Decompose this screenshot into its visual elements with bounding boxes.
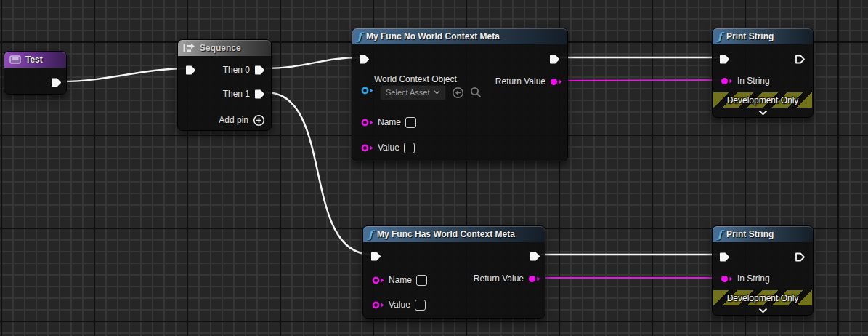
chevron-down-icon: [434, 90, 440, 95]
return-value-pin[interactable]: [528, 274, 540, 284]
node-func-header[interactable]: ƒ My Func No World Context Meta: [352, 28, 567, 44]
browse-asset-search-icon[interactable]: [470, 87, 482, 98]
development-only-label: Development Only: [727, 95, 799, 105]
in-string-pin-label: In String: [737, 76, 770, 86]
node-title: My Func No World Context Meta: [366, 31, 500, 41]
node-title: Print String: [726, 31, 774, 41]
wire-exec-then0-to-funcno[interactable]: [266, 57, 360, 68]
node-title: My Func Has World Context Meta: [377, 229, 515, 239]
then0-exec-output-pin[interactable]: [254, 65, 265, 76]
development-only-banner: Development Only: [713, 290, 812, 305]
value-field[interactable]: [415, 300, 426, 311]
expand-node-button[interactable]: [713, 110, 813, 116]
then1-pin-label: Then 1: [223, 89, 250, 99]
node-print-string-top[interactable]: ƒ Print String In String Development Onl…: [712, 28, 814, 118]
add-pin-label: Add pin: [219, 115, 248, 125]
in-string-pin[interactable]: [721, 274, 733, 284]
node-my-func-has-world-context-meta[interactable]: ƒ My Func Has World Context Meta Name: [362, 225, 545, 319]
node-test-header[interactable]: Test: [4, 52, 66, 68]
return-value-pin-label: Return Value: [495, 76, 545, 87]
value-pin-label: Value: [378, 143, 399, 153]
exec-input-pin[interactable]: [719, 54, 730, 65]
development-only-banner: Development Only: [713, 92, 812, 108]
name-pin[interactable]: [372, 276, 384, 285]
value-pin-label: Value: [389, 300, 410, 310]
node-sequence[interactable]: Sequence Then 0 Then 1 Add pin: [177, 39, 272, 131]
development-only-label: Development Only: [727, 293, 799, 303]
select-asset-dropdown[interactable]: Select Asset: [380, 85, 446, 100]
exec-input-pin[interactable]: [719, 252, 730, 263]
name-field[interactable]: [405, 117, 416, 128]
function-icon: ƒ: [718, 31, 722, 41]
node-test-event[interactable]: Test: [4, 51, 67, 95]
exec-input-pin[interactable]: [359, 54, 370, 65]
exec-input-pin[interactable]: [370, 251, 381, 262]
select-asset-value: Select Asset: [386, 88, 430, 97]
value-field[interactable]: [404, 143, 415, 153]
name-pin-label: Name: [378, 117, 401, 127]
node-title: Sequence: [200, 43, 241, 53]
exec-output-pin[interactable]: [549, 54, 560, 65]
exec-input-pin[interactable]: [185, 65, 196, 76]
function-icon: ƒ: [368, 229, 373, 239]
name-pin[interactable]: [361, 118, 373, 127]
node-sequence-header[interactable]: Sequence: [178, 40, 271, 56]
function-icon: ƒ: [718, 229, 722, 239]
node-func-header[interactable]: ƒ My Func Has World Context Meta: [363, 226, 545, 242]
in-string-pin-label: In String: [737, 273, 770, 284]
chevron-down-icon: [758, 110, 768, 116]
node-print-string-bottom[interactable]: ƒ Print String In String Development Onl…: [712, 225, 814, 316]
world-context-object-pin[interactable]: [361, 86, 373, 95]
value-pin[interactable]: [361, 143, 373, 153]
blueprint-graph-canvas[interactable]: Test Sequence Then 0: [0, 0, 868, 336]
world-context-label: World Context Object: [374, 74, 457, 84]
add-pin-button[interactable]: Add pin: [219, 113, 265, 127]
node-title: Test: [25, 55, 43, 65]
window-icon: [9, 55, 21, 64]
name-field[interactable]: [416, 275, 427, 286]
wire-string-funcno-to-print[interactable]: [559, 80, 721, 81]
node-func-header[interactable]: ƒ Print String: [713, 226, 813, 242]
exec-output-pin[interactable]: [795, 54, 806, 65]
expand-node-button[interactable]: [713, 308, 813, 313]
name-pin-label: Name: [389, 275, 412, 285]
exec-output-pin[interactable]: [51, 77, 62, 88]
then0-pin-label: Then 0: [223, 65, 250, 75]
value-pin[interactable]: [372, 300, 384, 310]
node-title: Print String: [726, 229, 774, 239]
exec-output-pin[interactable]: [530, 251, 540, 262]
sequence-icon: [183, 44, 195, 52]
then1-exec-output-pin[interactable]: [254, 89, 265, 100]
node-my-func-no-world-context-meta[interactable]: ƒ My Func No World Context Meta Return V…: [352, 28, 568, 161]
chevron-down-icon: [758, 308, 768, 313]
node-func-header[interactable]: ƒ Print String: [713, 28, 813, 44]
wire-exec-test-to-sequence[interactable]: [62, 68, 187, 81]
add-pin-icon: [253, 114, 265, 127]
use-selected-asset-icon[interactable]: [452, 87, 464, 99]
in-string-pin[interactable]: [721, 76, 733, 86]
return-value-pin-label: Return Value: [474, 273, 524, 284]
return-value-pin[interactable]: [550, 77, 562, 87]
exec-output-pin[interactable]: [795, 252, 806, 263]
function-icon: ƒ: [357, 31, 362, 41]
